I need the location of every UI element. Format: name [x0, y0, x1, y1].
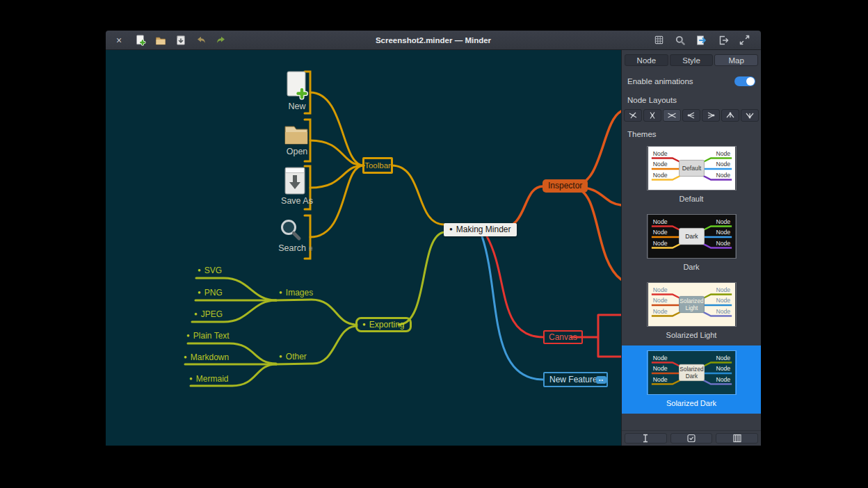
toolbar-right-group	[652, 32, 751, 49]
sidebar-tabs: Node Style Map	[622, 50, 761, 66]
node-label: Making Minder	[456, 225, 511, 234]
export-image-button[interactable]	[652, 32, 666, 49]
svg-text:Solarized: Solarized	[680, 298, 704, 304]
svg-text:Node: Node	[652, 297, 667, 304]
svg-text:Node: Node	[716, 365, 730, 372]
node-bullet: ●	[198, 290, 201, 295]
node-save-as[interactable]: Save As	[275, 196, 319, 206]
theme-item-solarized-light[interactable]: SolarizedLightNodeNodeNodeNodeNodeNodeSo…	[622, 277, 761, 345]
node-bullet: ●	[194, 311, 198, 317]
close-button[interactable]: ×	[113, 32, 125, 49]
svg-text:Default: Default	[682, 165, 701, 172]
map-sidebar: Node Style Map Enable animations Node La…	[621, 50, 761, 446]
layout-to-right-button[interactable]	[682, 109, 700, 122]
svg-text:Node: Node	[652, 355, 667, 361]
node-search[interactable]: Search≡	[273, 243, 319, 253]
enable-animations-toggle[interactable]	[734, 76, 755, 86]
layout-downward-button[interactable]	[721, 109, 739, 122]
tab-node[interactable]: Node	[625, 54, 668, 66]
open-button[interactable]	[154, 32, 168, 49]
svg-text:Node: Node	[716, 355, 730, 361]
text-tool-button[interactable]	[625, 433, 667, 444]
new-document-button[interactable]	[134, 32, 147, 49]
svg-text:Node: Node	[652, 308, 667, 315]
window-content: New Open Save As	[106, 50, 761, 446]
layout-horizontal-button[interactable]	[663, 109, 681, 122]
mindmap-canvas[interactable]: New Open Save As	[106, 50, 621, 446]
themes-list: DefaultNodeNodeNodeNodeNodeNodeDefaultDa…	[622, 141, 761, 414]
layout-upward-button[interactable]	[741, 109, 759, 122]
toolbar-left-group	[134, 32, 228, 49]
layout-downward-icon	[725, 111, 736, 120]
node-layouts-buttons	[622, 109, 761, 122]
layout-to-right-icon	[686, 111, 697, 120]
layout-to-left-button[interactable]	[702, 109, 720, 122]
node-bullet: ●	[279, 354, 282, 359]
note-indicator-icon: ≡	[309, 245, 313, 252]
layout-vertical-button[interactable]	[643, 109, 661, 122]
theme-name-label: Solarized Dark	[622, 399, 761, 407]
node-bullet: ●	[279, 290, 282, 295]
sidebar-bottom-bar	[622, 430, 761, 446]
columns-tool-button[interactable]	[716, 433, 758, 444]
node-label: Mermaid	[196, 374, 229, 384]
node-png[interactable]: ● PNG	[198, 288, 223, 298]
node-label: Exporting	[369, 320, 405, 330]
node-mermaid[interactable]: ● Mermaid	[189, 374, 229, 384]
svg-text:Node: Node	[716, 150, 730, 157]
svg-text:Node: Node	[716, 172, 730, 179]
node-label: Plain Text	[193, 331, 230, 341]
node-exporting[interactable]: ● Exporting	[355, 317, 412, 332]
svg-text:Node: Node	[716, 229, 730, 236]
node-search-icon[interactable]	[279, 218, 303, 245]
node-layouts-label: Node Layouts	[627, 96, 677, 104]
sign-out-icon	[718, 35, 729, 46]
search-icon	[279, 218, 303, 242]
fullscreen-button[interactable]	[738, 32, 751, 49]
redo-button[interactable]	[214, 32, 228, 49]
node-new[interactable]: New	[280, 101, 314, 111]
svg-text:Node: Node	[716, 240, 730, 247]
node-bullet: ●	[362, 322, 366, 327]
node-inspector[interactable]: Inspector	[542, 179, 588, 193]
quit-button[interactable]	[716, 32, 730, 49]
node-bullet: ●	[198, 268, 201, 273]
titlebar: ×	[106, 31, 761, 50]
layout-manual-button[interactable]	[624, 109, 642, 122]
node-images[interactable]: ● Images	[279, 288, 313, 298]
node-making-minder[interactable]: ● Making Minder	[444, 223, 517, 236]
save-as-button[interactable]	[174, 32, 188, 49]
node-jpeg[interactable]: ● JPEG	[194, 309, 223, 319]
node-label: New Features	[549, 375, 602, 384]
node-label: JPEG	[201, 309, 223, 319]
grid-icon	[654, 35, 664, 45]
node-open-icon[interactable]	[284, 123, 309, 148]
svg-text:Node: Node	[652, 218, 667, 225]
theme-item-default[interactable]: DefaultNodeNodeNodeNodeNodeNodeDefault	[622, 141, 761, 209]
svg-text:Node: Node	[652, 229, 667, 236]
undo-button[interactable]	[194, 32, 208, 49]
node-label: PNG	[204, 288, 223, 298]
collapsed-children-indicator[interactable]: ••	[596, 376, 606, 384]
zoom-button[interactable]	[673, 32, 687, 49]
node-canvas[interactable]: Canvas	[543, 330, 583, 344]
node-toolbar[interactable]: Toolbar	[362, 157, 393, 174]
node-svg[interactable]: ● SVG	[198, 266, 222, 275]
node-open[interactable]: Open	[280, 147, 314, 156]
tab-map[interactable]: Map	[714, 54, 758, 66]
node-new-icon[interactable]	[285, 71, 309, 104]
svg-text:Node: Node	[652, 172, 667, 179]
theme-name-label: Default	[622, 195, 761, 203]
node-markdown[interactable]: ● Markdown	[184, 352, 229, 362]
node-save-as-icon[interactable]	[284, 165, 306, 199]
checkbox-icon	[686, 434, 696, 443]
theme-preview: DefaultNodeNodeNodeNodeNodeNode	[647, 146, 737, 190]
node-other[interactable]: ● Other	[279, 352, 307, 361]
node-plain-text[interactable]: ● Plain Text	[186, 331, 230, 341]
theme-item-dark[interactable]: DarkNodeNodeNodeNodeNodeNodeDark	[622, 209, 761, 277]
tab-style[interactable]: Style	[670, 54, 714, 66]
tasks-tool-button[interactable]	[670, 433, 713, 444]
minder-window: ×	[106, 31, 761, 446]
export-button[interactable]	[695, 32, 709, 49]
theme-item-solarized-dark[interactable]: SolarizedDarkNodeNodeNodeNodeNodeNodeSol…	[622, 345, 761, 414]
